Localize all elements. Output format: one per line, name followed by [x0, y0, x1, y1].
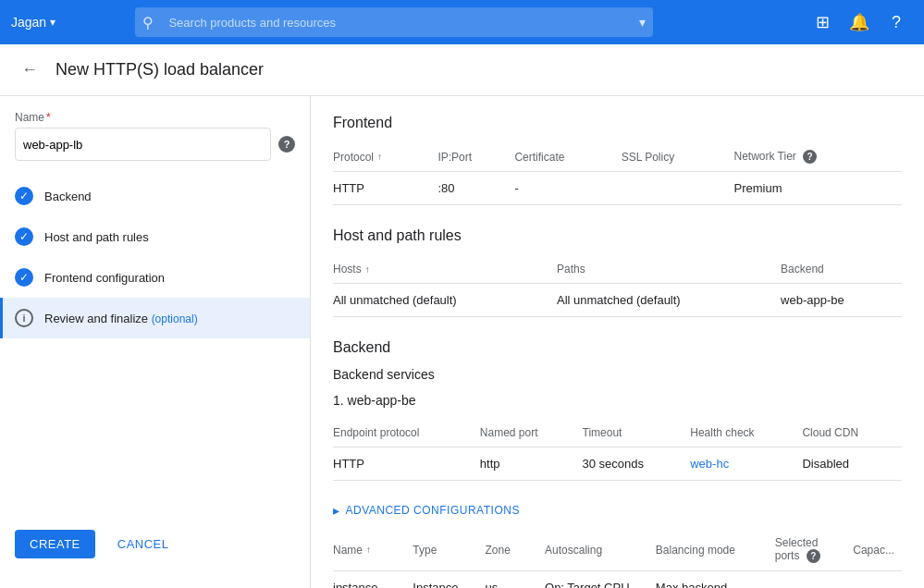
frontend-section: Frontend Protocol ↑ IP:Port — [333, 115, 902, 205]
review-label: Review and finalize (optional) — [44, 312, 198, 325]
host-path-section: Host and path rules Hosts ↑ Paths — [333, 227, 902, 317]
health-check-link[interactable]: web-hc — [690, 457, 729, 471]
main-layout: Name * ? ✓ Backend ✓ Host and path rules… — [0, 96, 924, 588]
svc-timeout: 30 seconds — [583, 447, 691, 481]
hp-paths: All unmatched (default) — [557, 284, 781, 317]
frontend-status-icon: ✓ — [15, 268, 33, 287]
hp-backend: web-app-be — [781, 284, 902, 317]
protocol-sort-icon: ↑ — [377, 152, 382, 162]
help-icon[interactable]: ? — [880, 6, 913, 39]
inst-capacity: 100% — [853, 571, 902, 589]
account-name: Jagan — [11, 15, 46, 30]
inst-col-zone: Zone — [485, 529, 545, 571]
instance-table: Name ↑ Type Zone Autoscaling — [333, 529, 902, 588]
name-help-icon[interactable]: ? — [278, 136, 295, 153]
service-row: HTTP http 30 seconds web-hc Disabled — [333, 447, 902, 481]
svc-col-healthcheck: Health check — [690, 419, 802, 447]
account-menu[interactable]: Jagan ▾ — [11, 15, 55, 30]
inst-name: instance-group-1 — [333, 571, 413, 589]
svc-endpoint: HTTP — [333, 447, 480, 481]
host-path-table: Hosts ↑ Paths Backend Al — [333, 255, 902, 317]
hp-hosts: All unmatched (default) — [333, 284, 557, 317]
sidebar: Name * ? ✓ Backend ✓ Host and path rules… — [0, 96, 311, 588]
host-path-status-icon: ✓ — [15, 227, 33, 246]
frontend-sslpolicy — [622, 172, 734, 205]
frontend-col-sslpolicy: SSL Policy — [622, 142, 734, 172]
svc-col-endpoint: Endpoint protocol — [333, 419, 480, 447]
advanced-chevron-icon: ▸ — [333, 503, 340, 518]
frontend-ipport: :80 — [437, 172, 514, 205]
hp-col-backend: Backend — [781, 255, 902, 284]
hp-col-paths: Paths — [557, 255, 781, 284]
selected-ports-help-icon[interactable]: ? — [807, 549, 820, 563]
inst-autoscaling: On: Target CPU utilization — [545, 571, 656, 589]
service-name: 1. web-app-be — [333, 393, 902, 408]
content-area: Frontend Protocol ↑ IP:Port — [311, 96, 924, 588]
search-input[interactable] — [135, 7, 653, 37]
backend-section: Backend Backend services 1. web-app-be E… — [333, 339, 902, 588]
frontend-col-networktier: Network Tier ? — [733, 142, 902, 172]
inst-type: Instance group — [413, 571, 485, 589]
hp-col-hosts: Hosts ↑ — [333, 255, 557, 284]
svc-col-namedport: Named port — [480, 419, 583, 447]
hosts-sort-icon: ↑ — [365, 264, 370, 275]
search-icon: ⚲ — [142, 14, 154, 31]
apps-icon[interactable]: ⊞ — [806, 6, 839, 39]
instance-row: instance-group-1 Instance group us-centr… — [333, 571, 902, 589]
account-chevron-icon: ▾ — [50, 16, 55, 29]
inst-col-balancing: Balancing mode — [656, 529, 775, 571]
backend-status-icon: ✓ — [15, 187, 33, 205]
svc-col-timeout: Timeout — [583, 419, 691, 447]
sidebar-item-backend[interactable]: ✓ Backend — [0, 176, 310, 216]
inst-col-autoscaling: Autoscaling — [545, 529, 656, 571]
backend-section-title: Backend — [333, 339, 902, 356]
backend-subsection-title: Backend services — [333, 367, 902, 382]
frontend-table: Protocol ↑ IP:Port Certificate SSL Polic… — [333, 142, 902, 205]
frontend-col-certificate: Certificate — [514, 142, 621, 172]
sidebar-item-review[interactable]: i Review and finalize (optional) — [0, 298, 310, 338]
name-label: Name * — [15, 111, 295, 124]
cancel-button[interactable]: CANCEL — [103, 530, 184, 558]
host-path-row: All unmatched (default) All unmatched (d… — [333, 284, 902, 317]
required-indicator: * — [46, 111, 51, 124]
frontend-row: HTTP :80 - Premium — [333, 172, 902, 205]
optional-label: (optional) — [152, 312, 198, 325]
name-input[interactable] — [15, 128, 271, 161]
advanced-toggle-label: ADVANCED CONFIGURATIONS — [346, 504, 520, 517]
inst-name-sort-icon: ↑ — [366, 545, 371, 555]
page-title: New HTTP(S) load balancer — [55, 60, 264, 80]
search-bar: ⚲ ▾ — [135, 7, 653, 37]
nav-icon-group: ⊞ 🔔 ? — [806, 6, 913, 39]
inst-ports: 80 — [775, 571, 854, 589]
inst-col-name: Name ↑ — [333, 529, 413, 571]
advanced-configurations-toggle[interactable]: ▸ ADVANCED CONFIGURATIONS — [333, 503, 902, 518]
notifications-icon[interactable]: 🔔 — [843, 6, 876, 39]
host-path-section-title: Host and path rules — [333, 227, 902, 244]
host-path-label: Host and path rules — [44, 230, 149, 244]
top-navigation: Jagan ▾ ⚲ ▾ ⊞ 🔔 ? — [0, 0, 924, 44]
inst-balancing: Max backend utilization: 80% — [656, 571, 775, 589]
frontend-col-protocol: Protocol ↑ — [333, 142, 437, 172]
frontend-networktier: Premium — [733, 172, 902, 205]
wizard-nav: ✓ Backend ✓ Host and path rules ✓ Fronte… — [0, 176, 310, 515]
back-button[interactable]: ← — [15, 55, 44, 85]
page-header: ← New HTTP(S) load balancer — [0, 44, 924, 96]
review-status-icon: i — [15, 309, 33, 327]
inst-zone: us-central1 — [485, 571, 545, 589]
svc-namedport: http — [480, 447, 583, 481]
search-dropdown-icon: ▾ — [639, 15, 646, 30]
svc-cdn: Disabled — [802, 447, 902, 481]
frontend-col-ipport: IP:Port — [437, 142, 514, 172]
name-field: Name * ? — [0, 111, 310, 176]
sidebar-item-frontend[interactable]: ✓ Frontend configuration — [0, 257, 310, 298]
backend-label: Backend — [44, 190, 92, 203]
svc-col-cdn: Cloud CDN — [802, 419, 902, 447]
service-table: Endpoint protocol Named port Timeout Hea… — [333, 419, 902, 481]
sidebar-item-host-path[interactable]: ✓ Host and path rules — [0, 216, 310, 257]
name-input-wrapper: ? — [15, 128, 295, 161]
frontend-label: Frontend configuration — [44, 271, 165, 285]
svc-healthcheck: web-hc — [690, 447, 802, 481]
create-button[interactable]: CREATE — [15, 530, 95, 558]
network-tier-help-icon[interactable]: ? — [803, 150, 817, 164]
action-buttons: CREATE CANCEL — [0, 515, 310, 573]
